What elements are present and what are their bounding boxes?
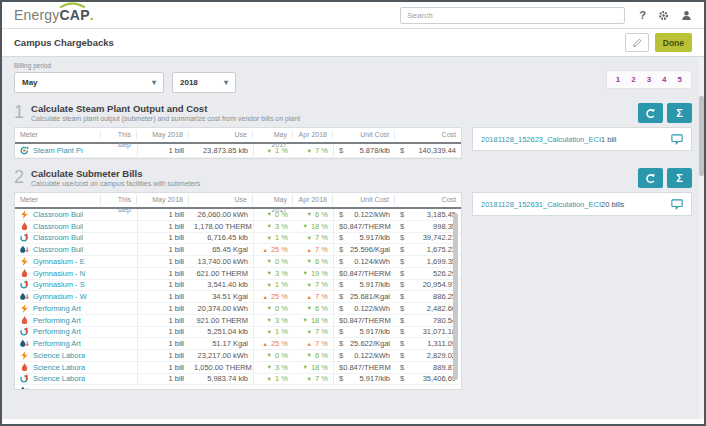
trend-up-icon: ▲ [262,294,267,300]
comment-icon[interactable] [671,134,683,145]
unit-cost-cell-value: 5.917/klb [360,327,390,336]
table-row: Performing Art1 bill5,251.04 klb▼1 %▼7 %… [15,327,461,339]
page-scrollbar[interactable] [699,58,704,424]
search-input[interactable] [400,7,625,24]
column-header: Unit Cost [333,130,395,140]
undo-button[interactable] [638,168,663,188]
trend-cell: ▼18 % [293,222,333,231]
calculation-link[interactable]: 20181128_152631_Calculation_ECI [481,200,601,209]
meter-link[interactable]: Gymnasium - W [33,292,87,301]
unit-cost-cell: $5.917/klb [333,233,395,244]
cost-cell-value: 31,071.18 [423,327,456,336]
meter-cell: Performing Art [15,339,101,348]
meter-link[interactable]: Classroom Buil [33,222,83,231]
trend-value: 1 % [275,280,288,289]
undo-button[interactable] [638,103,663,123]
meter-link[interactable]: Science Labora [33,374,85,383]
section-submeter-bills: 2 Calculate Submeter Bills Calculate use… [2,166,704,390]
trend-value: 7 % [315,245,328,254]
unit-cost-cell: $5.917/klb [333,374,395,385]
month-select[interactable]: May ▾ [14,72,164,93]
meter-cell: Gymnasium - S [15,280,101,289]
calculation-result-card: 20181128_152631_Calculation_ECI 20 bills [472,192,692,216]
help-icon[interactable]: ? [639,9,646,21]
app-window: EnergyCAP. ? Campus Chargebacks Done Bil… [0,0,706,426]
column-header: May 2018 [137,195,189,205]
gear-icon[interactable] [658,10,669,21]
unit-cost-cell-value: 25.681/Kgal [350,292,390,301]
meter-link[interactable]: Performing Art [33,339,81,348]
trend-cell: ▲25 % [253,244,293,255]
edit-button[interactable] [625,33,649,52]
meter-link[interactable]: Classroom Buil [33,233,83,242]
table-row: Gymnasium - W1 bill34.51 Kgal▲25 %▲7 %$2… [15,291,461,303]
cost-cell-value: 39,742.21 [423,233,456,242]
meter-link[interactable]: Science Labora [33,363,85,372]
comment-icon[interactable] [671,199,683,210]
unit-cost-cell: $0.122/kWh [333,303,395,314]
section-subtitle: Calculate use/cost on campus facilities … [31,180,200,187]
trend-down-icon: ▼ [307,329,312,335]
meter-link[interactable]: Classroom Buil [33,210,83,219]
meter-link[interactable]: Gymnasium - S [33,280,85,289]
meter-link[interactable]: Gymnasium - N [33,269,85,278]
undo-icon [645,108,656,119]
trend-value: 7 % [315,146,328,155]
table-scrollbar[interactable] [453,213,458,385]
trend-down-icon: ▼ [267,352,272,358]
currency-symbol: $ [400,233,404,242]
trend-value: 7 % [315,339,328,348]
table-row: Science Labora1 bill1,050.00 THERM▼3 %▼1… [15,362,461,374]
trend-cell: ▼1 % [253,280,293,291]
meter-link[interactable]: Science Labora [33,351,85,360]
currency-symbol: $ [400,351,404,360]
meter-link[interactable]: Gymnasium - E [33,257,85,266]
table-row: Science Labora1 bill5,983.74 klb▼1 %▼7 %… [15,374,461,386]
step-1[interactable]: 1 [616,75,620,84]
cost-cell-value: 2,829.02 [427,351,456,360]
cost-cell: $526.29 [395,269,461,278]
column-header: Unit Cost [333,195,395,205]
unit-cost-cell: $0.847/THERM [333,268,395,279]
trend-value: 3 % [275,316,288,325]
sum-button[interactable]: Σ [667,103,692,123]
unit-cost-cell: $25.596/Kgal [333,244,395,255]
meter-link[interactable]: Performing Art [33,327,81,336]
section-number: 2 [14,168,24,187]
meter-link[interactable]: Performing Art [33,304,81,313]
sum-button[interactable]: Σ [667,168,692,188]
sigma-icon: Σ [676,172,683,184]
step-2[interactable]: 2 [631,75,635,84]
undo-icon [645,173,656,184]
step-5[interactable]: 5 [678,75,682,84]
done-button[interactable]: Done [655,33,692,52]
use-cell: 3,541.40 klb [189,280,253,289]
trend-value: 3 % [275,363,288,372]
cost-cell-value: 1,311.09 [427,339,456,348]
table-row: Classroom Buil1 bill6,716.45 klb▼1 %▼7 %… [15,233,461,245]
meter-cell: Performing Art [15,327,101,336]
page-scrollbar-thumb[interactable] [699,96,704,176]
unit-cost-cell-value: 5.917/klb [360,280,390,289]
step-3[interactable]: 3 [647,75,651,84]
scrollbar-thumb[interactable] [453,213,458,380]
meter-link[interactable]: Classroom Buil [33,245,83,254]
trend-value: 7 % [315,233,328,242]
trend-cell: ▼3 % [253,221,293,232]
trend-down-icon: ▼ [302,364,307,370]
user-icon[interactable] [681,10,692,21]
step-4[interactable]: 4 [662,75,666,84]
year-select[interactable]: 2018 ▾ [172,72,236,93]
column-header: May 2017 [253,195,293,205]
use-cell: 26,060.00 kWh [189,210,253,219]
meter-link[interactable]: Performing Art [33,316,81,325]
meter-link[interactable]: Steam Plant Pr [33,146,83,155]
table-row: Classroom Buil1 bill26,060.00 kWh▼0 %▼6 … [15,209,461,221]
column-header: May 2018 [137,130,189,140]
table-row: Performing Art1 bill51.17 Kgal▲25 %▲7 %$… [15,338,461,350]
table-body: Steam Plant Pr1 bill23,873.85 klb▼1 %▼7 … [15,144,461,158]
electric-icon [20,257,29,266]
calculation-link[interactable]: 20181128_152623_Calculation_ECI [481,135,601,144]
currency-symbol: $ [400,280,404,289]
unit-cost-cell: $25.622/Kgal [333,338,395,349]
